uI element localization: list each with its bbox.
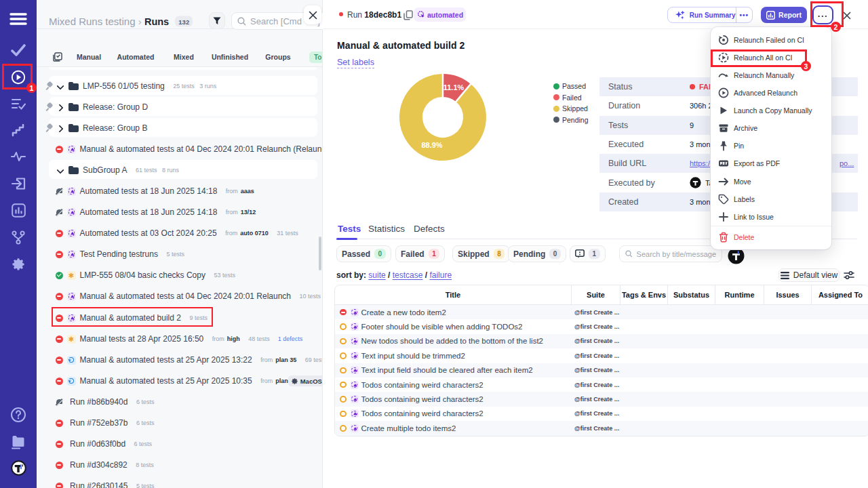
svg-text:88.9%: 88.9% <box>421 141 442 149</box>
svg-text:11.1%: 11.1% <box>443 83 465 92</box>
